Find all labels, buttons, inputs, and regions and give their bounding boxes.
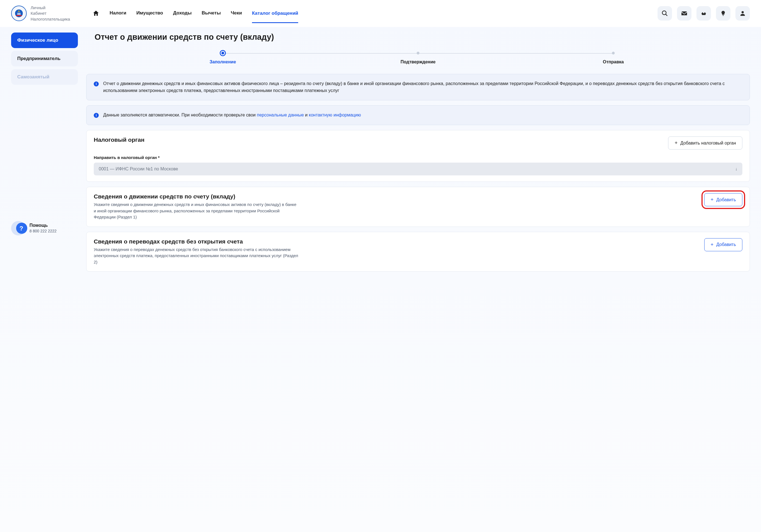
section-transfers-title: Сведения о переводах средств без открыти… bbox=[94, 238, 300, 245]
help-block[interactable]: ? Помощь 8 800 222 2222 bbox=[11, 221, 78, 236]
link-contact-info[interactable]: контактную информацию bbox=[309, 113, 361, 117]
sidebar-individual[interactable]: Физическое лицо bbox=[11, 32, 78, 48]
section-transfers: Сведения о переводах средств без открыти… bbox=[86, 232, 750, 272]
step-2: Подтверждение bbox=[321, 50, 516, 65]
mail-icon[interactable] bbox=[677, 6, 691, 21]
section-transfers-sub: Укажите сведения о переводах денежных ср… bbox=[94, 246, 300, 265]
plus-icon: + bbox=[711, 197, 714, 203]
add-movement-button[interactable]: + Добавить bbox=[704, 193, 742, 206]
nav-catalog[interactable]: Каталог обращений bbox=[252, 11, 298, 23]
svg-line-4 bbox=[666, 14, 667, 16]
section-movement-title: Сведения о движении средств по счету (вк… bbox=[94, 193, 300, 200]
header-actions bbox=[658, 6, 750, 21]
page-title: Отчет о движении средств по счету (вклад… bbox=[86, 32, 750, 42]
info-icon: i bbox=[94, 113, 99, 118]
user-icon[interactable] bbox=[735, 6, 750, 21]
nav-property[interactable]: Имущество bbox=[136, 10, 163, 17]
info-card-2: i Данные заполняются автоматически. При … bbox=[86, 105, 750, 125]
link-personal-data[interactable]: персональные данные bbox=[257, 113, 304, 117]
step-dot-icon bbox=[612, 52, 615, 54]
section-tax-title: Налоговый орган bbox=[94, 136, 145, 143]
add-tax-authority-button[interactable]: + Добавить налоговый орган bbox=[668, 136, 742, 149]
info-text-2: Данные заполняются автоматически. При не… bbox=[103, 112, 361, 119]
step-dot-active-icon bbox=[220, 50, 226, 56]
logo-block: Личный Кабинет Налогоплательщика bbox=[11, 5, 70, 22]
svg-point-5 bbox=[741, 11, 744, 13]
step-dot-icon bbox=[417, 52, 419, 54]
lightbulb-icon[interactable] bbox=[716, 6, 731, 21]
chevron-down-icon: ↓ bbox=[735, 167, 737, 172]
help-icon: ? bbox=[11, 221, 26, 236]
nav-income[interactable]: Доходы bbox=[173, 10, 192, 17]
content: Отчет о движении средств по счету (вклад… bbox=[86, 32, 750, 277]
plus-icon: + bbox=[674, 140, 677, 146]
select-tax-authority[interactable]: 0001 — ИФНС России №1 по Москове ↓ bbox=[94, 163, 742, 175]
header: Личный Кабинет Налогоплательщика Налоги … bbox=[0, 0, 761, 27]
main-nav: Налоги Имущество Доходы Вычеты Чеки Ката… bbox=[92, 10, 298, 17]
add-transfer-button[interactable]: + Добавить bbox=[704, 238, 742, 251]
info-text-1: Отчет о движении денежных средств и иных… bbox=[103, 80, 742, 94]
help-text: Помощь 8 800 222 2222 bbox=[29, 223, 56, 233]
nav-taxes[interactable]: Налоги bbox=[110, 10, 126, 17]
sidebar: Физическое лицо Предприниматель Самозаня… bbox=[11, 32, 78, 277]
handshake-icon[interactable] bbox=[696, 6, 711, 21]
section-movement-sub: Укажите сведения о движении денежных сре… bbox=[94, 201, 300, 220]
home-icon[interactable] bbox=[92, 10, 99, 17]
svg-point-3 bbox=[662, 11, 666, 15]
stepper: Заполнение Подтверждение Отправка bbox=[125, 50, 711, 65]
sidebar-entrepreneur[interactable]: Предприниматель bbox=[11, 51, 78, 67]
info-card-1: i Отчет о движении денежных средств и ин… bbox=[86, 74, 750, 101]
step-1: Заполнение bbox=[125, 50, 321, 65]
step-3: Отправка bbox=[516, 50, 711, 65]
info-icon: i bbox=[94, 81, 99, 86]
emblem-icon bbox=[11, 6, 27, 21]
logo-text: Личный Кабинет Налогоплательщика bbox=[30, 5, 70, 22]
section-movement: Сведения о движении средств по счету (вк… bbox=[86, 187, 750, 227]
sidebar-self-employed[interactable]: Самозанятый bbox=[11, 69, 78, 85]
main-wrap: Физическое лицо Предприниматель Самозаня… bbox=[0, 27, 761, 282]
nav-receipts[interactable]: Чеки bbox=[231, 10, 242, 17]
section-tax-authority: Налоговый орган + Добавить налоговый орг… bbox=[86, 130, 750, 182]
svg-rect-2 bbox=[16, 15, 22, 16]
field-label-send-to: Направить в налоговый орган * bbox=[94, 155, 742, 160]
search-icon[interactable] bbox=[658, 6, 672, 21]
nav-deductions[interactable]: Вычеты bbox=[202, 10, 221, 17]
plus-icon: + bbox=[711, 242, 714, 248]
